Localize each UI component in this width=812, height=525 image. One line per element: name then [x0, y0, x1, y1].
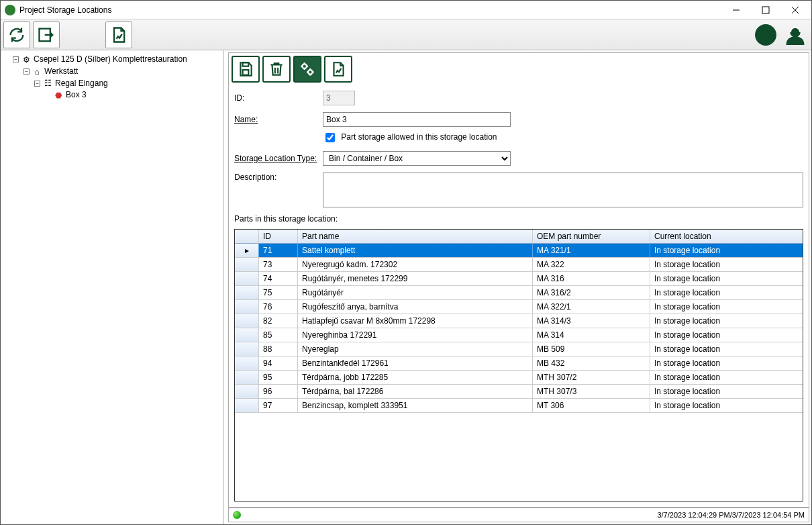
cell-name: Térdpárna, bal 172286 [298, 385, 533, 398]
cell-name: Benzincsap, komplett 333951 [298, 399, 533, 412]
cell-oem: MT 306 [533, 399, 650, 412]
row-header[interactable] [235, 314, 259, 328]
tree[interactable]: −⚙Csepel 125 D (Silber) Komplettrestaura… [2, 53, 221, 103]
grid-body[interactable]: ▸71Sattel komplettMA 321/1In storage loc… [235, 244, 803, 501]
table-row[interactable]: 95Térdpárna, jobb 172285MTH 307/2In stor… [235, 371, 803, 385]
col-oem[interactable]: OEM part number [533, 230, 650, 243]
window-title: Project Storage Locations [19, 5, 721, 15]
row-header-col[interactable] [235, 230, 259, 243]
tree-root-label: Csepel 125 D (Silber) Komplettrestaurati… [34, 54, 187, 64]
main-toolbar: ? [1, 19, 811, 50]
tree-pane[interactable]: −⚙Csepel 125 D (Silber) Komplettrestaura… [1, 50, 223, 524]
name-field[interactable] [323, 112, 511, 127]
row-header[interactable]: ▸ [235, 244, 259, 257]
row-header[interactable] [235, 300, 259, 314]
cell-loc: In storage location [650, 300, 775, 314]
gear-icon: ⚙ [21, 54, 31, 65]
close-button[interactable] [780, 1, 810, 19]
cell-loc: In storage location [650, 314, 775, 328]
col-loc[interactable]: Current location [650, 230, 775, 243]
id-label: ID: [234, 93, 323, 103]
cell-name: Hatlapfejű csavar M 8x80mm 172298 [298, 314, 533, 328]
tree-item-regal[interactable]: −☷Regal Eingang ⬣Box 3 [34, 77, 221, 103]
tree-label: Box 3 [66, 90, 87, 99]
table-row[interactable]: ▸71Sattel komplettMA 321/1In storage loc… [235, 244, 803, 258]
cell-oem: MA 316/2 [533, 286, 650, 299]
export-button[interactable] [33, 21, 60, 48]
cell-loc: In storage location [650, 272, 775, 285]
part-allowed-row[interactable]: Part storage allowed in this storage loc… [323, 131, 497, 144]
delete-button[interactable] [262, 56, 291, 83]
table-row[interactable]: 74Rugótányér, menetes 172299MA 316In sto… [235, 272, 803, 286]
table-row[interactable]: 76Rugófeszítő anya, barnítvaMA 322/1In s… [235, 300, 803, 314]
table-row[interactable]: 73Nyeregrugó kadm. 172302MA 322In storag… [235, 258, 803, 272]
table-row[interactable]: 94Benzintankfedél 172961MB 432In storage… [235, 356, 803, 371]
cell-name: Rugófeszítő anya, barnítva [298, 300, 533, 314]
row-header[interactable] [235, 328, 259, 342]
row-header[interactable] [235, 371, 259, 384]
row-header[interactable] [235, 385, 259, 398]
row-header[interactable] [235, 272, 259, 285]
tree-item-werkstatt[interactable]: −⌂Werkstatt −☷Regal Eingang ⬣Box 3 [23, 65, 221, 103]
row-header[interactable] [235, 258, 259, 271]
box-icon: ⬣ [54, 90, 63, 101]
desc-label: Description: [234, 173, 323, 182]
col-name[interactable]: Part name [298, 230, 533, 243]
titlebar: Project Storage Locations [1, 1, 811, 19]
settings-button[interactable] [293, 56, 321, 83]
cell-oem: MA 322 [533, 258, 650, 271]
shelf-icon: ☷ [43, 78, 52, 89]
maximize-button[interactable] [751, 1, 780, 19]
cell-id: 94 [259, 356, 298, 370]
support-button[interactable] [782, 21, 809, 48]
cell-id: 76 [259, 300, 298, 314]
type-select[interactable]: Bin / Container / Box [323, 151, 511, 166]
svg-point-13 [308, 70, 313, 75]
window-buttons [721, 1, 810, 19]
cell-name: Nyereghinba 172291 [298, 328, 533, 342]
cell-id: 95 [259, 371, 298, 384]
collapse-icon[interactable]: − [13, 56, 19, 62]
help-button[interactable]: ? [752, 21, 779, 48]
row-header[interactable] [235, 286, 259, 299]
table-row[interactable]: 88NyereglapMB 509In storage location [235, 342, 803, 356]
description-field[interactable] [323, 173, 803, 207]
cell-id: 97 [259, 399, 298, 412]
cell-id: 74 [259, 272, 298, 285]
collapse-icon[interactable]: − [23, 68, 30, 75]
table-row[interactable]: 96Térdpárna, bal 172286MTH 307/3In stora… [235, 385, 803, 399]
row-header[interactable] [235, 342, 259, 356]
id-field [323, 91, 355, 105]
house-icon: ⌂ [32, 66, 42, 77]
col-id[interactable]: ID [259, 230, 298, 243]
row-header[interactable] [235, 399, 259, 412]
table-row[interactable]: 82Hatlapfejű csavar M 8x80mm 172298MA 31… [235, 314, 803, 328]
chart-button[interactable] [324, 56, 352, 83]
report-button[interactable] [105, 21, 132, 48]
save-button[interactable] [232, 56, 260, 83]
app-icon [5, 5, 15, 15]
parts-header-label: Parts in this storage location: [234, 214, 803, 225]
detail-toolbar [229, 53, 809, 85]
tree-root[interactable]: −⚙Csepel 125 D (Silber) Komplettrestaura… [13, 53, 221, 103]
table-row[interactable]: 85Nyereghinba 172291MA 314In storage loc… [235, 328, 803, 342]
svg-rect-9 [243, 70, 249, 75]
part-allowed-label: Part storage allowed in this storage loc… [341, 132, 497, 142]
cell-loc: In storage location [650, 385, 775, 398]
collapse-icon[interactable]: − [34, 81, 40, 87]
parts-grid[interactable]: ID Part name OEM part number Current loc… [234, 229, 803, 502]
part-allowed-checkbox[interactable] [325, 133, 335, 142]
cell-name: Sattel komplett [298, 244, 533, 257]
tree-item-box3[interactable]: ⬣Box 3 [45, 89, 221, 101]
cell-oem: MTH 307/3 [533, 385, 650, 398]
cell-oem: MA 322/1 [533, 300, 650, 314]
svg-point-12 [302, 64, 307, 68]
minimize-button[interactable] [721, 1, 751, 19]
cell-loc: In storage location [650, 258, 775, 271]
refresh-button[interactable] [3, 21, 30, 48]
cell-name: Nyereglap [298, 342, 533, 356]
table-row[interactable]: 75RugótányérMA 316/2In storage location [235, 286, 803, 300]
table-row[interactable]: 97Benzincsap, komplett 333951MT 306In st… [235, 399, 803, 413]
row-header[interactable] [235, 356, 259, 370]
cell-id: 75 [259, 286, 298, 299]
